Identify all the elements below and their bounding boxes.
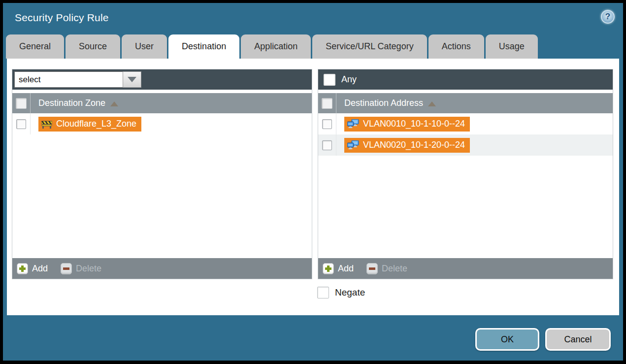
add-address-label: Add xyxy=(338,264,354,274)
tab-user[interactable]: User xyxy=(122,34,167,59)
zone-panel-toolbar xyxy=(12,69,312,90)
plus-icon xyxy=(323,263,334,274)
zone-select-input[interactable] xyxy=(14,71,123,88)
sort-ascending-icon xyxy=(428,101,436,106)
table-row[interactable]: VLAN0010_10-1-10-0--24 xyxy=(318,113,613,134)
any-label: Any xyxy=(341,74,357,85)
any-checkbox[interactable] xyxy=(324,74,335,86)
address-icon xyxy=(347,140,359,150)
plus-icon xyxy=(17,263,28,274)
address-icon xyxy=(347,119,359,129)
negate-label: Negate xyxy=(335,287,365,298)
security-policy-rule-dialog: Security Policy Rule ? General Source Us… xyxy=(3,3,623,361)
tab-strip: General Source User Destination Applicat… xyxy=(6,34,538,59)
zone-column-title[interactable]: Destination Zone xyxy=(38,98,118,108)
row-checkbox-cell xyxy=(318,113,336,134)
address-column-title[interactable]: Destination Address xyxy=(344,98,436,108)
dialog-title: Security Policy Rule xyxy=(15,12,109,24)
zone-column-label: Destination Zone xyxy=(38,98,105,108)
address-column-header: Destination Address xyxy=(318,93,613,113)
delete-address-label: Delete xyxy=(382,264,407,274)
delete-zone-label: Delete xyxy=(76,264,101,274)
table-row[interactable]: Cloudflare_L3_Zone xyxy=(12,113,312,134)
tab-application[interactable]: Application xyxy=(241,34,311,59)
negate-option: Negate xyxy=(317,287,365,298)
address-list: VLAN0010_10-1-10-0--24 xyxy=(318,113,613,258)
tab-source[interactable]: Source xyxy=(66,34,120,59)
address-item[interactable]: VLAN0020_10-1-20-0--24 xyxy=(344,138,470,153)
tab-destination[interactable]: Destination xyxy=(168,34,239,59)
minus-icon xyxy=(61,263,72,274)
tab-service-url-category[interactable]: Service/URL Category xyxy=(312,34,427,59)
zone-select-all-cell xyxy=(12,93,31,113)
address-row-checkbox[interactable] xyxy=(322,119,332,129)
delete-address-button[interactable]: Delete xyxy=(366,263,407,274)
zone-select-combo xyxy=(14,71,141,88)
address-row-checkbox[interactable] xyxy=(322,140,332,150)
row-checkbox-cell xyxy=(12,113,31,134)
destination-address-panel: Any Destination Address xyxy=(318,69,613,279)
delete-zone-button[interactable]: Delete xyxy=(61,263,101,274)
address-item-label: VLAN0020_10-1-20-0--24 xyxy=(363,140,465,150)
tab-actions[interactable]: Actions xyxy=(428,34,484,59)
negate-checkbox[interactable] xyxy=(317,287,329,298)
address-column-label: Destination Address xyxy=(344,98,423,108)
zone-item-label: Cloudflare_L3_Zone xyxy=(56,119,136,129)
divider xyxy=(318,90,613,93)
destination-tab-content: Destination Zone xyxy=(7,59,619,315)
zone-panel-footer: Add Delete xyxy=(12,258,312,279)
divider xyxy=(12,90,312,93)
zone-column-header: Destination Zone xyxy=(12,93,312,113)
address-select-all-cell xyxy=(318,93,336,113)
zone-item[interactable]: Cloudflare_L3_Zone xyxy=(38,117,141,132)
cancel-button[interactable]: Cancel xyxy=(545,328,611,351)
chevron-down-icon xyxy=(128,77,136,82)
zone-select-all-checkbox[interactable] xyxy=(16,98,27,109)
tab-general[interactable]: General xyxy=(6,34,64,59)
destination-zone-panel: Destination Zone xyxy=(12,69,312,279)
address-panel-footer: Add Delete xyxy=(318,258,613,279)
help-icon[interactable]: ? xyxy=(601,10,615,24)
add-address-button[interactable]: Add xyxy=(323,263,354,274)
address-select-all-checkbox[interactable] xyxy=(322,98,332,109)
tab-usage[interactable]: Usage xyxy=(486,34,538,59)
add-zone-label: Add xyxy=(32,264,48,274)
zone-select-dropdown-button[interactable] xyxy=(123,71,141,88)
minus-icon xyxy=(366,263,378,274)
ok-button[interactable]: OK xyxy=(475,328,539,351)
sort-ascending-icon xyxy=(110,101,118,106)
table-row[interactable]: VLAN0020_10-1-20-0--24 xyxy=(318,134,613,156)
address-item[interactable]: VLAN0010_10-1-10-0--24 xyxy=(344,117,470,132)
add-zone-button[interactable]: Add xyxy=(17,263,48,274)
address-panel-toolbar: Any xyxy=(318,69,613,90)
zone-icon xyxy=(41,120,52,129)
address-item-label: VLAN0010_10-1-10-0--24 xyxy=(363,119,465,129)
zone-list: Cloudflare_L3_Zone xyxy=(12,113,312,258)
row-checkbox-cell xyxy=(318,134,336,156)
zone-row-checkbox[interactable] xyxy=(16,119,26,129)
